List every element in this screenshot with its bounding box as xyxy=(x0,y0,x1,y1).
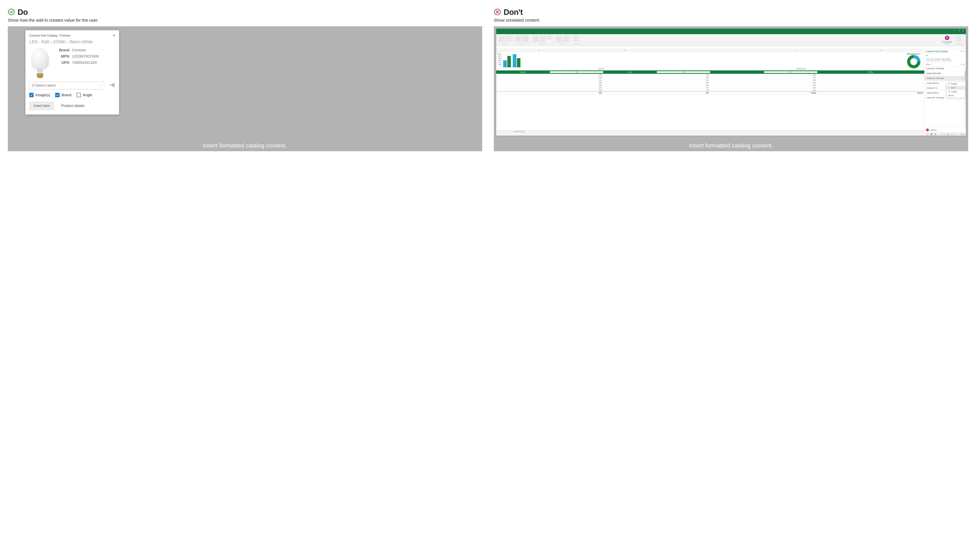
zoom-slider[interactable] xyxy=(941,134,956,135)
do-subheading: Show how the add-in creates value for th… xyxy=(8,18,482,23)
hamburger-icon[interactable]: ≡ xyxy=(924,54,966,58)
x-circle-icon xyxy=(494,8,501,16)
dialog-subtitle: LED - R30 - 2700K - Warm White xyxy=(29,39,115,45)
table-row: 0.000.000.00 xyxy=(496,89,924,92)
close-icon[interactable]: ✕ xyxy=(963,50,964,52)
bar xyxy=(517,58,521,67)
context-menu: 👁Preview ⇥Insert ⚙Format 📌Pin xyxy=(946,82,965,98)
product-image xyxy=(29,48,51,77)
pane-title: Contoso Parts Catalog xyxy=(926,50,948,52)
pin-icon[interactable] xyxy=(109,83,115,88)
normal-view-icon[interactable]: ▭ xyxy=(926,133,929,135)
list-view-icon[interactable]: ≡ xyxy=(961,63,961,65)
brand-avatar-icon: C xyxy=(926,128,929,131)
filter-icon[interactable]: ▾ xyxy=(764,71,817,73)
do-caption: Insert formatted catalog content. xyxy=(8,142,482,149)
table-row: 0.000.000.00 xyxy=(496,79,924,82)
minimize-icon[interactable]: — xyxy=(953,29,955,32)
window-titlebar: — ☐ ✕ xyxy=(496,29,966,32)
table-body: 0.000.000.000.000.000.000.000.000.000.00… xyxy=(496,74,924,130)
ribbon-group[interactable] xyxy=(572,35,582,45)
table-row: 0.000.000.00 xyxy=(496,87,924,89)
checkbox-empty-icon xyxy=(77,93,81,97)
status-bar: ▭ ▦ ▥ − + 100% xyxy=(496,132,966,136)
grid-view-icon[interactable]: ▦ xyxy=(963,63,964,65)
page-layout-view-icon[interactable]: ▦ xyxy=(930,133,933,135)
ribbon: Parts Catalog Contoso xyxy=(496,34,966,46)
list-item[interactable]: Contoso 85w Equal xyxy=(924,71,966,76)
check-circle-icon xyxy=(8,8,15,16)
filter-icon[interactable]: ▾ xyxy=(550,71,603,73)
page-break-view-icon[interactable]: ▥ xyxy=(934,133,937,135)
spec-mpn-label: MPN xyxy=(55,54,69,58)
pin-icon: 📌 xyxy=(948,95,950,97)
ribbon-tabs[interactable] xyxy=(496,32,966,34)
do-panel: Contoso Part Catalog - Preview ✕ LED - R… xyxy=(8,26,482,151)
product-details-button[interactable]: Product details xyxy=(57,102,89,110)
ribbon-group[interactable] xyxy=(531,35,553,45)
column-headers: G H I J K xyxy=(496,49,924,52)
spec-ups-value: 746654441324 xyxy=(72,60,97,65)
checkmark-icon xyxy=(29,93,33,97)
dont-heading: Don't xyxy=(504,8,523,17)
task-pane: Contoso Parts Catalog ▾ ✕ ≡ LED - R30 - … xyxy=(924,49,966,132)
bar-chart: $6,000 5,000 4,000 3000 2000 1000 0 xyxy=(497,53,902,70)
zoom-out-icon[interactable]: − xyxy=(938,133,939,135)
checkmark-icon xyxy=(55,93,60,97)
pane-breadcrumb: LED - R30 - 2700K - Warm White xyxy=(924,58,966,60)
dont-caption: Insert formatted catalog content. xyxy=(494,142,968,149)
close-icon[interactable]: ✕ xyxy=(113,34,115,37)
sliders-icon: ⚙ xyxy=(948,91,950,93)
table-row: 0.000.000.00 xyxy=(496,74,924,76)
chevron-down-icon[interactable]: ▾ xyxy=(961,50,961,52)
eye-icon: 👁 xyxy=(948,83,950,85)
table-row: 0.000.000.00 xyxy=(496,84,924,87)
chevron-down-icon: ⌄ xyxy=(99,84,102,87)
bar xyxy=(513,54,516,67)
more-icon[interactable]: ••• xyxy=(961,77,964,79)
pane-footer[interactable]: C Contoso xyxy=(924,127,966,132)
ribbon-group[interactable] xyxy=(555,35,571,45)
zoom-in-icon[interactable]: + xyxy=(958,133,959,135)
table-row: 0.000.000.00 xyxy=(496,82,924,84)
layout-select[interactable]: 2 Column Layout ⌄ xyxy=(29,82,104,89)
context-menu-item-insert[interactable]: ⇥Insert xyxy=(946,86,965,90)
checkbox-brand[interactable]: Brand xyxy=(55,93,72,97)
list-item[interactable]: Contoso 60 - 65w Equal••• xyxy=(924,76,966,81)
dont-column: Don't Show unrelated content. — ☐ ✕ xyxy=(494,8,968,151)
ribbon-addin-button[interactable]: Parts Catalog Contoso xyxy=(941,35,953,45)
checkbox-images[interactable]: Image(s) xyxy=(29,93,50,97)
list-item[interactable]: Contoso 60 - 65w Equal xyxy=(924,66,966,71)
product-list: Contoso 60 - 65w EqualContoso 85w EqualC… xyxy=(924,66,966,127)
dont-subheading: Show unrelated content. xyxy=(494,18,968,23)
layout-select-value: 2 Column Layout xyxy=(32,84,55,87)
spec-brand-label: Brand xyxy=(55,48,69,52)
worksheet[interactable]: G H I J K $6,000 5,000 xyxy=(496,49,924,132)
ribbon-group[interactable] xyxy=(498,35,513,45)
ribbon-group[interactable] xyxy=(514,35,530,45)
close-icon[interactable]: ✕ xyxy=(962,29,964,32)
formula-bar[interactable]: ⌄ xyxy=(496,46,966,49)
spec-mpn-value: LED9870CF609 xyxy=(72,54,98,58)
bar xyxy=(503,60,507,67)
pane-footer-label: Contoso xyxy=(930,129,937,131)
table-header-row: Projected▾ Actual▾ ▾ TOTAL xyxy=(496,70,924,74)
insert-item-button[interactable]: Insert item xyxy=(29,102,54,110)
filter-icon[interactable]: ▾ xyxy=(657,71,710,73)
chart-area: $6,000 5,000 4,000 3000 2000 1000 0 xyxy=(496,52,924,70)
donut-chart: Family Budget Use ≡ xyxy=(904,53,923,70)
checkbox-angle[interactable]: Angle xyxy=(77,93,92,97)
maximize-icon[interactable]: ☐ xyxy=(958,29,959,32)
sort-icon[interactable]: ↓ xyxy=(932,63,933,65)
context-menu-item-format[interactable]: ⚙Format xyxy=(946,90,965,94)
lightbulb-icon xyxy=(945,36,949,40)
context-menu-item-pin[interactable]: 📌Pin xyxy=(946,94,965,98)
pane-subcrumb: 16 results in LED - R30 - 60-65 Watt Equ… xyxy=(924,60,966,63)
horizontal-scrollbar[interactable] xyxy=(496,130,924,132)
do-heading: Do xyxy=(18,8,28,17)
context-menu-item-preview[interactable]: 👁Preview xyxy=(946,82,965,86)
checkbox-brand-label: Brand xyxy=(62,93,72,97)
dont-panel: — ☐ ✕ xyxy=(494,26,968,151)
table-row: 0.000.000.00 xyxy=(496,76,924,79)
ribbon-group[interactable] xyxy=(955,35,964,45)
